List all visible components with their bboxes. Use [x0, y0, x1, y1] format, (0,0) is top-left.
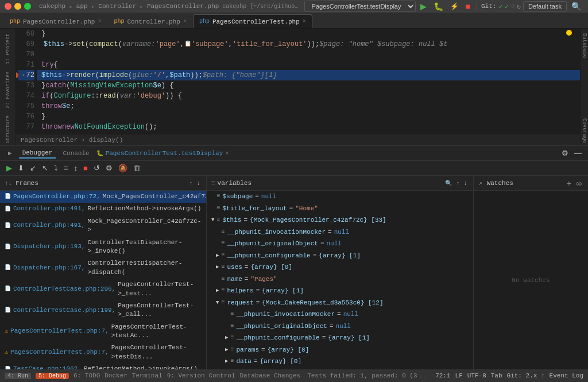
frame-item-2[interactable]: 📄 Controller.php:491, Mock_PagesControll…: [0, 215, 206, 237]
debug-session-label: 🐛 PagesControllerTest.testDisplay ×: [96, 150, 229, 157]
variables-scroll-down[interactable]: ↓: [462, 179, 469, 187]
version-item[interactable]: 9: Version Control: [167, 372, 235, 379]
encoding-item[interactable]: UTF-8: [467, 372, 486, 379]
debug-step-out-button[interactable]: ↖: [40, 163, 50, 173]
debug-stop-button[interactable]: ■: [82, 163, 90, 173]
debug-run-to-cursor[interactable]: ⤵: [52, 163, 60, 173]
main-area: 1: Project 2: Favorites Z: Structure 68 …: [0, 29, 588, 145]
var-uses[interactable]: ▶ ≡ uses = {array} [0]: [207, 261, 473, 273]
var-phpunit-configurable[interactable]: ▶ ≡ __phpunit_configurable = {array} [1]: [207, 250, 473, 262]
debug-trash-button[interactable]: 🗑: [131, 163, 142, 173]
run-button[interactable]: ▶: [418, 1, 429, 12]
var-data[interactable]: ▶ ≡ data = {array} [0]: [207, 356, 473, 368]
frame-icon-6: 📄: [5, 307, 11, 314]
debug-step-into-button[interactable]: ↙: [28, 163, 38, 173]
indent-item[interactable]: Tab: [491, 372, 502, 379]
tab-pages-controller-test[interactable]: php PagesControllerTest.php ×: [193, 14, 312, 28]
debug-button[interactable]: 🐛: [431, 1, 446, 12]
frames-list[interactable]: 📄 PagesController.php:72, Mock_PagesCont…: [0, 191, 206, 369]
run-badge[interactable]: 4: Run: [5, 373, 31, 379]
frame-item-5[interactable]: 📄 ControllerTestCase.php:296, PagesContr…: [0, 279, 206, 300]
debug-evaluate-button[interactable]: ≡: [62, 163, 70, 173]
var-phpunit-invocation-mocker[interactable]: ▶ ≡ __phpunit_invocationMocker = null: [207, 226, 473, 238]
var-request[interactable]: ▼ ≡ request = {Mock_CakeRequest_d3a553c0…: [207, 297, 473, 309]
terminal-item[interactable]: Terminal: [132, 372, 163, 379]
debug-frames-btn[interactable]: ↕: [72, 163, 80, 173]
variables-scroll-up[interactable]: ↑: [455, 179, 461, 187]
variables-search[interactable]: 🔍: [443, 179, 454, 187]
code-line-74: if (Configure::read( var: 'debug')) {: [37, 91, 580, 101]
event-log-item[interactable]: Event Log: [550, 372, 583, 379]
var-req-phpunit-configurable[interactable]: ▶ ≡ __phpunit_configurable = {array} [1]: [207, 332, 473, 344]
debug-restart-button[interactable]: ↺: [92, 163, 102, 173]
frame-item-6[interactable]: 📄 ControllerTestCase.php:199, PagesContr…: [0, 300, 206, 321]
variables-list[interactable]: ▶ ≡ $subpage = null ▶ ≡ $title_for_layou…: [207, 191, 473, 369]
db-changes-item[interactable]: Database Changes: [240, 372, 301, 379]
debug-mute-button[interactable]: 🔕: [117, 163, 129, 173]
breadcrumb-app: app: [76, 3, 88, 10]
debug-step-over-button[interactable]: ⬇: [16, 163, 26, 173]
variables-panel: ≡ Variables 🔍 ↑ ↓ ▶ ≡ $subpage = null: [207, 176, 473, 369]
frame-item-0[interactable]: 📄 PagesController.php:72, Mock_PagesCont…: [0, 191, 206, 203]
debug-tab-console[interactable]: Console: [59, 149, 92, 158]
var-this[interactable]: ▼ ≡ $this = {Mock_PagesController_c42af7…: [207, 214, 473, 226]
var-helpers[interactable]: ▶ ≡ helpers = {array} [1]: [207, 285, 473, 297]
debug-settings-btn-2[interactable]: ⚙: [104, 163, 114, 173]
frame-item-7[interactable]: ⚠ PagesControllerTest.php:7, PagesContro…: [0, 321, 206, 342]
debug-session-close[interactable]: ×: [225, 150, 229, 157]
default-task-button[interactable]: Default task: [523, 1, 567, 11]
lang-item[interactable]: LF: [455, 372, 463, 379]
tab-close-controller[interactable]: ×: [183, 18, 187, 25]
sidebar-item-project[interactable]: 1: Project: [4, 31, 12, 67]
search-button[interactable]: 🔍: [569, 1, 583, 12]
var-req-phpunit-original[interactable]: ▶ ≡ __phpunit_originalObject = null: [207, 321, 473, 333]
window-title: cakephp [~/src/github.com/cakephp/cakeph…: [222, 3, 300, 10]
debug-settings-button[interactable]: ⚙: [560, 148, 570, 159]
tab-controller[interactable]: php Controller.php ×: [107, 14, 192, 28]
code-lines[interactable]: } $this->set(compact( varname: 'page', 📋…: [37, 29, 580, 134]
position-item[interactable]: 72:1: [435, 372, 450, 379]
frame-item-8[interactable]: ⚠ PagesControllerTest.php:7, PagesContro…: [0, 342, 206, 363]
debug-badge[interactable]: 5: Debug: [36, 373, 69, 379]
debug-resume-button[interactable]: ▶: [5, 163, 14, 173]
frame-item-9[interactable]: 📄 TestCase.php:1062, ReflectionMethod->i…: [0, 363, 206, 369]
sidebar-item-coverage[interactable]: Coverage: [581, 116, 589, 145]
frame-method-3: ControllerTestDispatcher->_invoke(): [87, 238, 202, 256]
sidebar-item-database[interactable]: Database: [581, 31, 589, 60]
frame-filename-0: PagesController.php:72,: [13, 192, 100, 201]
watches-infinity-button[interactable]: ∞: [574, 178, 583, 188]
frames-scroll-up[interactable]: ↑: [188, 179, 194, 187]
tab-close-pages-controller[interactable]: ×: [98, 18, 101, 25]
maximize-button[interactable]: [24, 3, 31, 10]
frames-scroll-down[interactable]: ↓: [195, 179, 202, 187]
docker-item[interactable]: Docker: [105, 372, 127, 379]
var-req-phpunit-invocation[interactable]: ▶ ≡ __phpunit_invocationMocker = null: [207, 308, 473, 321]
var-params[interactable]: ▶ ≡ params = {array} [8]: [207, 344, 473, 356]
var-phpunit-original-object[interactable]: ▶ ≡ __phpunit_originalObject = null: [207, 238, 473, 250]
debug-tab-debugger[interactable]: Debugger: [19, 148, 56, 159]
debug-hide-button[interactable]: —: [572, 148, 583, 159]
frame-icon-2: 📄: [5, 222, 11, 230]
close-button[interactable]: [5, 3, 11, 10]
var-name[interactable]: ▶ ≡ name = "Pages": [207, 273, 473, 285]
sidebar-item-structure[interactable]: Z: Structure: [4, 113, 12, 145]
coverage-button[interactable]: ⚡: [448, 1, 461, 11]
minimize-button[interactable]: [14, 3, 21, 10]
tab-pages-controller[interactable]: php PagesController.php ×: [3, 14, 107, 28]
code-content[interactable]: 68 69 70 71 → 72 73 74 75 76 77 78: [16, 29, 580, 134]
run-config-dropdown[interactable]: PagesControllerTest.testDisplay: [304, 1, 416, 12]
frame-method-0: Mock_PagesController_c42af72c: [103, 192, 206, 201]
todo-item[interactable]: 6: TODO: [74, 372, 100, 379]
watches-add-button[interactable]: +: [565, 178, 573, 188]
sidebar-item-favorites[interactable]: 2: Favorites: [4, 69, 12, 111]
tab-close-test[interactable]: ×: [303, 18, 306, 25]
stop-button[interactable]: ■: [463, 1, 473, 12]
frame-icon-3: 📄: [5, 244, 11, 251]
var-subpage[interactable]: ▶ ≡ $subpage = null: [207, 191, 473, 203]
git-version-item[interactable]: Git: 2.x ↑: [507, 372, 545, 379]
frame-item-4[interactable]: 📄 Dispatcher.php:167, ControllerTestDisp…: [0, 257, 206, 279]
frame-item-1[interactable]: 📄 Controller.php:491, ReflectionMethod->…: [0, 203, 206, 215]
frame-item-3[interactable]: 📄 Dispatcher.php:193, ControllerTestDisp…: [0, 237, 206, 258]
var-title-for-layout[interactable]: ▶ ≡ $title_for_layout = "Home": [207, 203, 473, 215]
watches-header: ↗ Watches + ∞: [474, 176, 588, 191]
